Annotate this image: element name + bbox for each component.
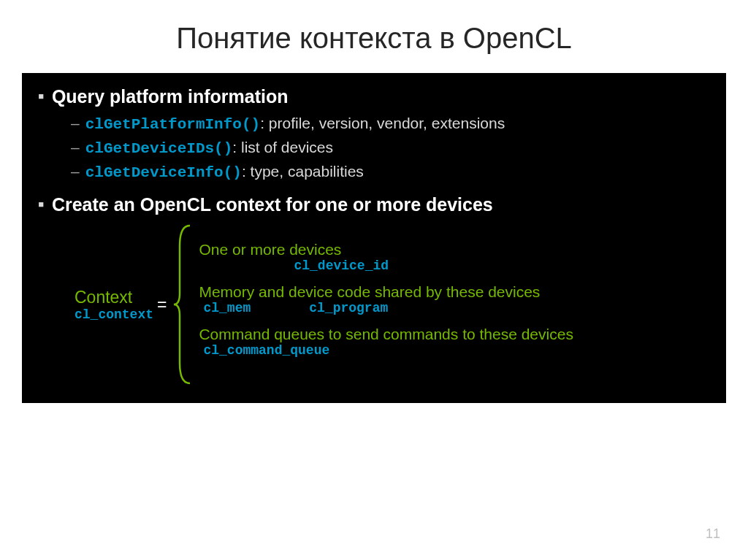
context-block-devices: One or more devices cl_device_id bbox=[199, 241, 710, 273]
bullet-create-context: ▪ Create an OpenCL context for one or mo… bbox=[38, 194, 710, 215]
block-code: cl_command_queue bbox=[199, 343, 710, 358]
bullet-query-platform: ▪ Query platform information bbox=[38, 86, 710, 107]
context-code: cl_context bbox=[75, 307, 151, 322]
bullet-square-icon: ▪ bbox=[38, 194, 45, 215]
curly-brace-icon bbox=[172, 224, 194, 385]
block-code: cl_memcl_program bbox=[199, 301, 710, 315]
page-number: 11 bbox=[706, 526, 720, 542]
context-block-queues: Command queues to send commands to these… bbox=[199, 326, 710, 358]
block-title: Command queues to send commands to these… bbox=[199, 326, 710, 343]
function-name: clGetDeviceInfo() bbox=[85, 164, 242, 181]
block-title: One or more devices bbox=[199, 241, 710, 258]
dash-icon: – bbox=[71, 139, 80, 156]
function-name: clGetDeviceIDs() bbox=[85, 140, 233, 157]
block-title: Memory and device code shared by these d… bbox=[199, 283, 710, 301]
sub-item-text: : list of devices bbox=[232, 139, 333, 156]
block-code: cl_device_id bbox=[199, 258, 710, 273]
function-name: clGetPlatformInfo() bbox=[85, 116, 260, 133]
sublist-platform: – clGetPlatformInfo(): profile, version,… bbox=[71, 115, 710, 181]
sub-item-text: : profile, version, vendor, extensions bbox=[260, 115, 505, 131]
sub-item: – clGetDeviceInfo(): type, capabilities bbox=[71, 163, 710, 181]
context-definition: Context cl_context = One or more devices… bbox=[38, 224, 710, 385]
context-left: Context cl_context bbox=[38, 288, 151, 322]
context-label: Context bbox=[75, 288, 151, 307]
slide-title: Понятие контекста в OpenCL bbox=[0, 0, 748, 73]
sub-item-text: : type, capabilities bbox=[242, 163, 364, 180]
dash-icon: – bbox=[71, 163, 80, 180]
dash-icon: – bbox=[71, 115, 80, 132]
equals-sign: = bbox=[151, 295, 172, 315]
sub-item: – clGetPlatformInfo(): profile, version,… bbox=[71, 115, 710, 133]
bullet-square-icon: ▪ bbox=[38, 86, 45, 107]
sub-item: – clGetDeviceIDs(): list of devices bbox=[71, 139, 710, 157]
bullet-text: Create an OpenCL context for one or more… bbox=[52, 194, 493, 215]
bullet-text: Query platform information bbox=[52, 86, 289, 107]
content-panel: ▪ Query platform information – clGetPlat… bbox=[22, 73, 726, 403]
context-right: One or more devices cl_device_id Memory … bbox=[194, 241, 710, 368]
context-block-memory: Memory and device code shared by these d… bbox=[199, 283, 710, 315]
